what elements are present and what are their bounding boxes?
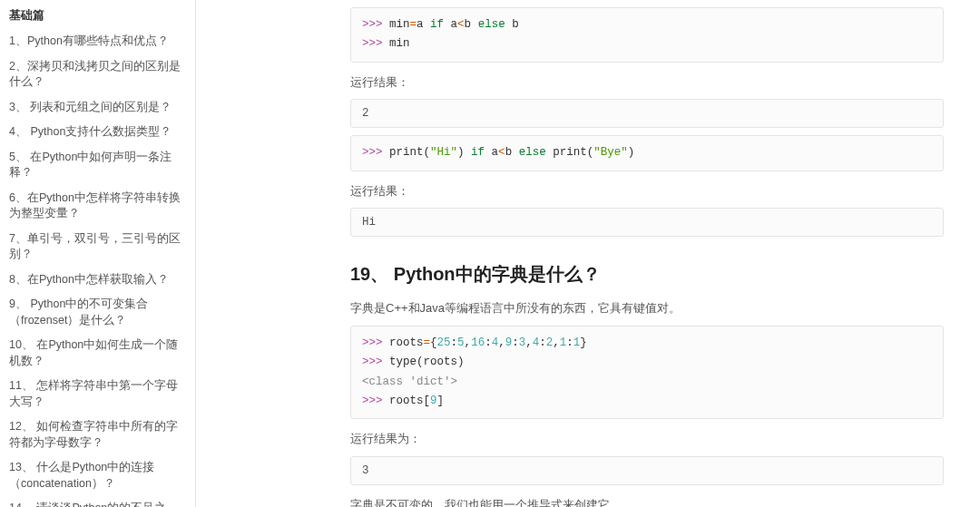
sidebar-item-3[interactable]: 3、 列表和元组之间的区别是？ [9, 95, 190, 121]
code-line: >>> min [362, 34, 932, 54]
sidebar-item-9[interactable]: 9、 Python中的不可变集合（frozenset）是什么？ [9, 292, 190, 333]
sidebar-item-5[interactable]: 5、 在Python中如何声明一条注释？ [9, 145, 190, 186]
sidebar-item-14[interactable]: 14、 请谈谈Python的的不足之处。 [9, 496, 190, 507]
section-title-19: 19、 Python中的字典是什么？ [350, 262, 944, 287]
sidebar: 基础篇 1、Python有哪些特点和优点？2、深拷贝和浅拷贝之间的区别是什么？3… [0, 0, 196, 507]
code-line: >>> roots={25:5,16:4,9:3,4:2,1:1} [362, 334, 932, 353]
sidebar-item-6[interactable]: 6、在Python中怎样将字符串转换为整型变量？ [9, 186, 190, 227]
sidebar-item-1[interactable]: 1、Python有哪些特点和优点？ [9, 29, 190, 54]
paragraph: 字典是不可变的，我们也能用一个推导式来创建它。 [350, 496, 944, 507]
sidebar-item-7[interactable]: 7、单引号，双引号，三引号的区别？ [9, 227, 190, 268]
sidebar-section-title: 基础篇 [9, 7, 190, 24]
result-label: 运行结果： [350, 73, 944, 93]
article-content: >>> min=a if a<b else b>>> min 运行结果： 2 >… [196, 0, 980, 507]
sidebar-item-8[interactable]: 8、在Python中怎样获取输入？ [9, 268, 190, 293]
sidebar-item-2[interactable]: 2、深拷贝和浅拷贝之间的区别是什么？ [9, 54, 190, 95]
sidebar-item-12[interactable]: 12、 如何检查字符串中所有的字符都为字母数字？ [9, 414, 190, 455]
code-line: >>> type(roots) [362, 353, 932, 372]
output-block: 3 [350, 456, 944, 485]
code-block-min: >>> min=a if a<b else b>>> min [350, 7, 944, 63]
code-line: >>> roots[9] [362, 392, 932, 411]
sidebar-item-11[interactable]: 11、 怎样将字符串中第一个字母大写？ [9, 374, 190, 414]
code-line: >>> min=a if a<b else b [362, 15, 932, 34]
result-label: 运行结果： [350, 182, 944, 201]
sidebar-item-10[interactable]: 10、 在Python中如何生成一个随机数？ [9, 333, 190, 374]
result-label: 运行结果为： [350, 430, 944, 449]
code-block-roots-dict: >>> roots={25:5,16:4,9:3,4:2,1:1}>>> typ… [350, 326, 944, 419]
output-block: 2 [350, 99, 944, 128]
output-block: Hi [350, 208, 944, 237]
code-line: >>> print("Hi") if a<b else print("Bye") [362, 143, 932, 162]
paragraph: 字典是C++和Java等编程语言中所没有的东西，它具有键值对。 [350, 299, 944, 318]
code-block-print-hi: >>> print("Hi") if a<b else print("Bye") [350, 135, 944, 171]
code-line: <class 'dict'> [362, 373, 932, 392]
sidebar-list: 1、Python有哪些特点和优点？2、深拷贝和浅拷贝之间的区别是什么？3、 列表… [9, 29, 190, 507]
sidebar-item-13[interactable]: 13、 什么是Python中的连接（concatenation）？ [9, 455, 190, 496]
sidebar-item-4[interactable]: 4、 Python支持什么数据类型？ [9, 120, 190, 145]
